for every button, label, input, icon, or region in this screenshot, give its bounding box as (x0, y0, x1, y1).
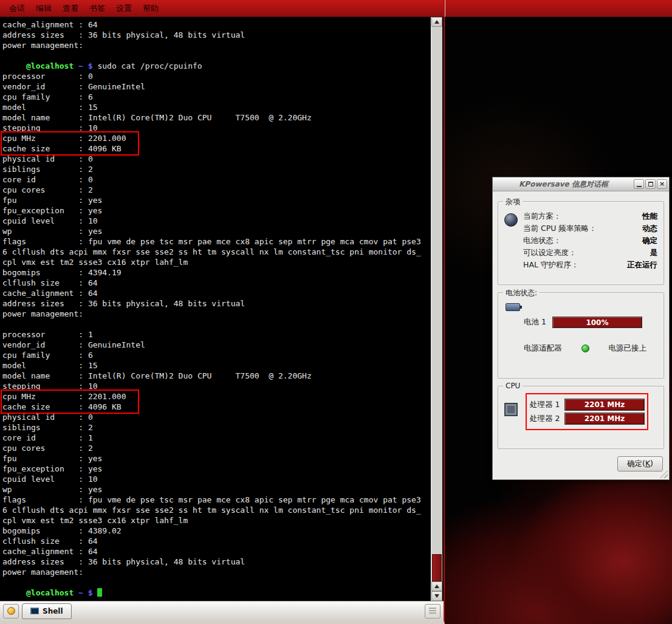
dialog-titlebar[interactable]: KPowersave 信息对话框 × (493, 177, 669, 191)
terminal-line: address sizes : 36 bits physical, 48 bit… (2, 298, 431, 309)
menu-item-edit[interactable]: 编辑 (30, 1, 57, 16)
terminal-line: vendor_id : GenuineIntel (2, 340, 431, 350)
misc-row-label: HAL 守护程序： (523, 260, 578, 270)
prompt-host: @localhost (26, 61, 74, 70)
kpowersave-dialog: KPowersave 信息对话框 × 杂项 当前方案：性能当前 CPU 频率策略… (492, 177, 670, 480)
minimize-icon (637, 186, 642, 187)
menu-item-session[interactable]: 会话 (4, 1, 30, 16)
menu-item-settings[interactable]: 设置 (111, 1, 137, 16)
shell-icon (30, 608, 39, 614)
terminal-tabbar: Shell (0, 601, 444, 620)
ok-label: 确定( (627, 459, 645, 468)
terminal-line: processor : 0 (2, 71, 431, 81)
terminal-line: model : 15 (2, 360, 431, 371)
misc-icon (504, 213, 518, 227)
terminal-line: cpuid level : 10 (2, 474, 431, 484)
menu-item-help[interactable]: 帮助 (137, 1, 164, 16)
terminal-line: stepping : 10 (2, 381, 431, 391)
misc-group-legend: 杂项 (503, 197, 523, 207)
cpu-group-legend: CPU (503, 382, 523, 390)
ok-label-end: ) (650, 459, 653, 468)
cpu-rows: 处理器 12201 MHz处理器 22201 MHz (530, 396, 645, 428)
terminal-scrollbar[interactable] (431, 17, 442, 601)
session-list-button[interactable] (425, 604, 441, 619)
terminal-line: cache_alignment : 64 (2, 19, 431, 30)
scroll-up-button-bottom[interactable] (431, 581, 442, 591)
misc-row-value: 确定 (642, 236, 657, 246)
prompt-symbol: ~ $ (74, 61, 97, 70)
cpu-group: CPU 处理器 12201 MHz处理器 22201 MHz (498, 386, 664, 449)
terminal-line (2, 50, 431, 61)
up-arrow-icon (434, 20, 439, 24)
misc-row-value: 是 (650, 248, 658, 258)
terminal-line: bogomips : 4394.19 (2, 267, 431, 278)
terminal-output[interactable]: cache_alignment : 64address sizes : 36 b… (0, 17, 431, 601)
terminal-line: cpuid level : 10 (2, 216, 431, 226)
ok-accel-key: K (645, 459, 650, 468)
terminal-area: cache_alignment : 64address sizes : 36 b… (0, 17, 444, 601)
dialog-button-row: 确定(K) (498, 456, 664, 471)
scroll-down-button[interactable] (431, 591, 442, 601)
close-icon: × (659, 180, 665, 188)
maximize-icon (648, 182, 653, 187)
adapter-status: 电源已接上 (609, 343, 647, 354)
terminal-line: flags : fpu vme de pse tsc msr pae mce c… (2, 495, 431, 505)
misc-row-label: 可以设定亮度： (523, 248, 577, 258)
terminal-line: processor : 1 (2, 329, 431, 340)
terminal-line: siblings : 2 (2, 164, 431, 174)
minimize-button[interactable] (634, 179, 644, 189)
terminal-line: cpu cores : 2 (2, 443, 431, 453)
terminal-line: core id : 1 (2, 433, 431, 443)
new-session-button[interactable] (3, 604, 19, 619)
terminal-line: vendor_id : GenuineIntel (2, 81, 431, 92)
misc-row: 当前方案：性能 (523, 211, 657, 222)
processor-frequency: 2201 MHz (585, 400, 625, 409)
misc-row-label: 电池状态： (523, 236, 561, 246)
up-arrow-icon (434, 585, 439, 588)
tab-shell[interactable]: Shell (22, 603, 72, 619)
prompt-symbol: ~ $ (74, 588, 97, 597)
terminal-menubar: 会话编辑查看书签设置帮助 (0, 0, 444, 17)
terminal-line: model name : Intel(R) Core(TM)2 Duo CPU … (2, 371, 431, 381)
scroll-up-button[interactable] (431, 17, 442, 27)
tab-label: Shell (43, 607, 63, 615)
terminal-line: wp : yes (2, 484, 431, 495)
scrollbar-thumb[interactable] (432, 554, 442, 581)
ok-button[interactable]: 确定(K) (617, 456, 663, 471)
terminal-line: fpu_exception : yes (2, 464, 431, 474)
battery-group-legend: 电池状态: (503, 288, 540, 298)
terminal-line (2, 577, 431, 588)
close-button[interactable]: × (657, 179, 667, 189)
battery-row: 电池 1 100% (524, 317, 657, 328)
battery-percent: 100% (586, 318, 608, 327)
misc-row: HAL 守护程序：正在运行 (523, 260, 657, 270)
terminal-line: power management: (2, 309, 431, 319)
processor-label: 处理器 2 (530, 414, 559, 424)
misc-row: 电池状态：确定 (523, 236, 657, 246)
dialog-title: KPowersave 信息对话框 (495, 179, 633, 190)
misc-row: 可以设定亮度：是 (523, 248, 657, 258)
misc-row-value: 正在运行 (627, 260, 657, 270)
battery-progress-bar: 100% (552, 317, 642, 328)
terminal-line: flags : fpu vme de pse tsc msr pae mce c… (2, 236, 431, 247)
terminal-line: fpu : yes (2, 453, 431, 464)
terminal-line: physical id : 0 (2, 154, 431, 164)
terminal-line: model : 15 (2, 102, 431, 112)
menu-item-view[interactable]: 查看 (57, 1, 84, 16)
screen: 会话编辑查看书签设置帮助 cache_alignment : 64address… (0, 0, 672, 624)
processor-frequency-bar: 2201 MHz (564, 399, 645, 411)
terminal-line: clflush size : 64 (2, 278, 431, 288)
terminal-line: stepping : 10 (2, 123, 431, 133)
terminal-line: cache_alignment : 64 (2, 288, 431, 298)
menu-item-bookmarks[interactable]: 书签 (84, 1, 111, 16)
terminal-line: power management: (2, 567, 431, 577)
session-list-icon (429, 608, 436, 614)
terminal-line: power management: (2, 40, 431, 50)
misc-rows: 当前方案：性能当前 CPU 频率策略：动态电池状态：确定可以设定亮度：是HAL … (523, 211, 657, 270)
battery-label: 电池 1 (524, 317, 546, 327)
terminal-line: clflush size : 64 (2, 536, 431, 546)
terminal-line: bogomips : 4389.02 (2, 526, 431, 536)
misc-row-value: 动态 (642, 224, 657, 234)
terminal-line: cache size : 4096 KB (2, 402, 431, 412)
maximize-button[interactable] (645, 179, 656, 189)
